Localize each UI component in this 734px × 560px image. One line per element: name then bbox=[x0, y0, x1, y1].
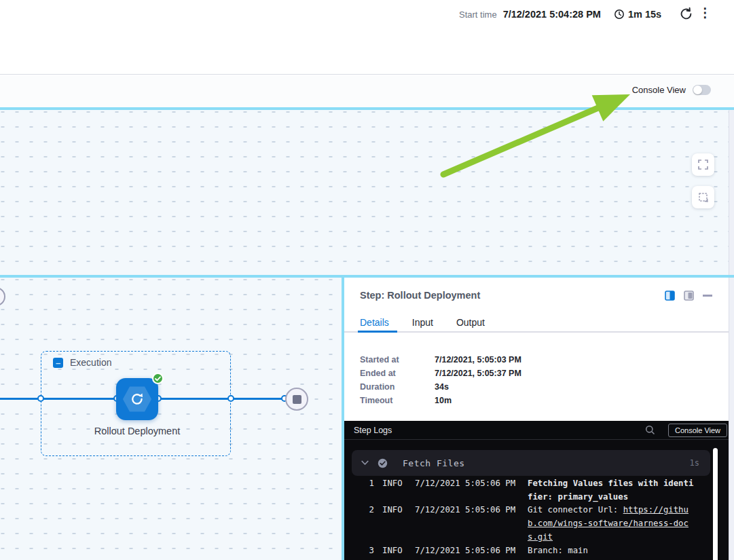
panel-tabs: Details Input Output bbox=[360, 317, 508, 336]
logs-scrollbar[interactable] bbox=[713, 448, 718, 560]
log-timestamp: 7/12/2021 5:05:06 PM bbox=[415, 477, 517, 504]
active-tab-underline bbox=[358, 331, 397, 333]
detail-label: Ended at bbox=[360, 369, 435, 378]
stop-icon bbox=[293, 395, 301, 404]
stop-node[interactable] bbox=[285, 388, 308, 411]
log-line-number: 2 bbox=[367, 504, 374, 544]
log-level: INFO bbox=[382, 504, 407, 544]
tab-divider bbox=[344, 331, 729, 333]
detail-label: Duration bbox=[360, 382, 435, 392]
clock-icon bbox=[614, 9, 625, 20]
stage-graph-canvas[interactable]: – Execution Rollout Deployment bbox=[0, 278, 342, 560]
refresh-icon[interactable] bbox=[679, 7, 693, 21]
offscreen-node bbox=[0, 287, 5, 306]
log-line: 1 INFO 7/12/2021 5:05:06 PM Fetching Val… bbox=[344, 477, 714, 504]
log-line-number: 3 bbox=[367, 544, 374, 558]
log-line: 3 INFO 7/12/2021 5:05:06 PM Branch: main bbox=[344, 544, 714, 558]
step-logs-title: Step Logs bbox=[354, 426, 392, 435]
start-time-group: Start time 7/12/2021 5:04:28 PM 1m 15s bbox=[459, 6, 661, 22]
node-port bbox=[227, 395, 234, 402]
detail-value: 7/12/2021, 5:05:37 PM bbox=[435, 369, 521, 378]
detail-value: 7/12/2021, 5:05:03 PM bbox=[435, 355, 521, 365]
tab-details[interactable]: Details bbox=[360, 317, 389, 336]
log-group-name: Fetch Files bbox=[403, 458, 465, 468]
log-message-text: Git connector Url: bbox=[528, 505, 623, 515]
fit-view-icon[interactable] bbox=[692, 186, 714, 208]
check-circle-icon bbox=[378, 458, 388, 468]
log-lines: 1 INFO 7/12/2021 5:05:06 PM Fetching Val… bbox=[344, 477, 714, 557]
console-view-label: Console View bbox=[632, 85, 686, 95]
log-timestamp: 7/12/2021 5:05:06 PM bbox=[415, 544, 517, 558]
log-line: 2 INFO 7/12/2021 5:05:06 PM Git connecto… bbox=[344, 504, 714, 544]
elapsed-duration: 1m 15s bbox=[628, 9, 661, 20]
node-port bbox=[37, 395, 44, 402]
success-check-icon bbox=[152, 373, 164, 384]
collapse-minus-icon[interactable]: – bbox=[53, 358, 63, 368]
step-details-panel: Step: Rollout Deployment Details Input O… bbox=[344, 278, 729, 560]
log-line-number: 1 bbox=[367, 477, 374, 504]
step-logs-section: Step Logs Console View Fetch Files 1s bbox=[344, 421, 729, 560]
tab-input[interactable]: Input bbox=[412, 317, 433, 336]
log-timestamp: 7/12/2021 5:05:06 PM bbox=[415, 504, 517, 544]
execution-group-label: Execution bbox=[70, 357, 111, 368]
log-message: Branch: main bbox=[528, 544, 695, 558]
toggle-knob bbox=[693, 86, 702, 94]
log-group-duration: 1s bbox=[690, 458, 699, 468]
detail-value: 10m bbox=[435, 396, 452, 405]
panel-title: Step: Rollout Deployment bbox=[360, 290, 480, 301]
right-edge-strip bbox=[729, 107, 734, 560]
start-time-value: 7/12/2021 5:04:28 PM bbox=[503, 9, 601, 20]
layout-split-right-icon[interactable] bbox=[665, 291, 675, 301]
search-icon[interactable] bbox=[645, 425, 655, 435]
chevron-down-icon[interactable] bbox=[361, 460, 369, 466]
pipeline-execution-page: Start time 7/12/2021 5:04:28 PM 1m 15s ⋮… bbox=[0, 0, 734, 560]
rollout-icon bbox=[129, 391, 145, 407]
log-message: Git connector Url: https://github.com/wi… bbox=[528, 504, 695, 544]
log-level: INFO bbox=[382, 544, 407, 558]
layout-split-bottom-icon[interactable] bbox=[684, 291, 694, 301]
kebab-menu-icon[interactable]: ⋮ bbox=[699, 6, 712, 20]
detail-row: Timeout 10m bbox=[360, 394, 521, 407]
start-time-label: Start time bbox=[459, 10, 497, 20]
logs-body: Fetch Files 1s 1 INFO 7/12/2021 5:05:06 … bbox=[344, 440, 729, 560]
tab-output[interactable]: Output bbox=[456, 317, 485, 336]
log-group-row[interactable]: Fetch Files 1s bbox=[352, 450, 710, 476]
step-logs-header: Step Logs Console View bbox=[344, 421, 729, 440]
stage-divider-top bbox=[0, 107, 734, 110]
console-view-button[interactable]: Console View bbox=[668, 424, 727, 437]
rollout-deployment-node[interactable] bbox=[116, 378, 158, 420]
minimize-icon[interactable] bbox=[703, 295, 712, 297]
step-node-label: Rollout Deployment bbox=[83, 424, 191, 438]
log-level: INFO bbox=[382, 477, 407, 504]
top-bar: Start time 7/12/2021 5:04:28 PM 1m 15s ⋮ bbox=[0, 0, 734, 75]
detail-row: Started at 7/12/2021, 5:05:03 PM bbox=[360, 353, 521, 367]
pipeline-canvas[interactable]: + − bbox=[0, 110, 734, 275]
log-message: Fetching Values files with identifier: p… bbox=[528, 477, 695, 504]
panel-divider bbox=[342, 278, 344, 560]
detail-label: Timeout bbox=[360, 396, 435, 405]
detail-row: Duration 34s bbox=[360, 380, 521, 394]
detail-rows: Started at 7/12/2021, 5:05:03 PM Ended a… bbox=[360, 353, 521, 407]
console-view-toggle[interactable] bbox=[693, 85, 711, 95]
detail-label: Started at bbox=[360, 355, 435, 365]
stage-toolbar: Console View bbox=[0, 75, 734, 107]
detail-row: Ended at 7/12/2021, 5:05:37 PM bbox=[360, 367, 521, 380]
stage-divider-bottom bbox=[0, 275, 734, 278]
fullscreen-icon[interactable] bbox=[692, 153, 714, 176]
detail-value: 34s bbox=[435, 382, 449, 392]
